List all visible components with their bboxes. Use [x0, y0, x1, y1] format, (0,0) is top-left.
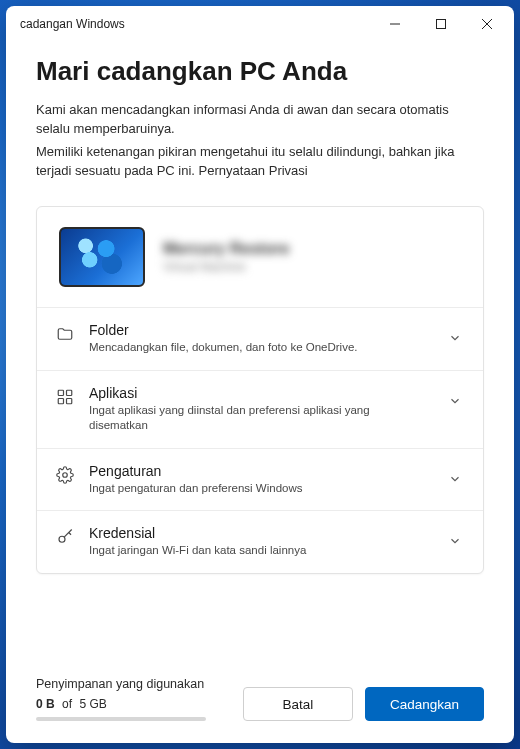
svg-rect-4 — [58, 390, 63, 395]
window-title: cadangan Windows — [20, 17, 372, 31]
storage-bar — [36, 717, 206, 721]
item-title: Aplikasi — [89, 385, 431, 401]
minimize-button[interactable] — [372, 8, 418, 40]
device-name: Mercury Restore — [163, 240, 461, 258]
close-button[interactable] — [464, 8, 510, 40]
page-title: Mari cadangkan PC Anda — [36, 56, 484, 87]
storage-line: 0 B of 5 GB — [36, 697, 231, 711]
item-text: Aplikasi Ingat aplikasi yang diinstal da… — [89, 385, 431, 434]
item-subtitle: Mencadangkan file, dokumen, dan foto ke … — [89, 340, 431, 356]
key-icon — [55, 527, 75, 547]
item-text: Pengaturan Ingat pengaturan dan preferen… — [89, 463, 431, 497]
svg-rect-6 — [58, 398, 63, 403]
device-info: Mercury Restore Virtual Machine — [163, 240, 461, 274]
maximize-button[interactable] — [418, 8, 464, 40]
svg-rect-5 — [67, 390, 72, 395]
backup-button[interactable]: Cadangkan — [365, 687, 484, 721]
privacy-link[interactable]: Pernyataan Privasi — [199, 163, 308, 178]
storage-label: Penyimpanan yang digunakan — [36, 677, 231, 691]
apps-icon — [55, 387, 75, 407]
maximize-icon — [435, 18, 447, 30]
chevron-down-icon — [445, 531, 465, 551]
item-row-apps[interactable]: Aplikasi Ingat aplikasi yang diinstal da… — [37, 371, 483, 449]
item-row-credentials[interactable]: Kredensial Ingat jaringan Wi-Fi dan kata… — [37, 511, 483, 573]
backup-window: cadangan Windows Mari cadangkan PC Anda … — [6, 6, 514, 743]
item-subtitle: Ingat jaringan Wi-Fi dan kata sandi lain… — [89, 543, 431, 559]
item-text: Kredensial Ingat jaringan Wi-Fi dan kata… — [89, 525, 431, 559]
item-title: Folder — [89, 322, 431, 338]
chevron-down-icon — [445, 391, 465, 411]
chevron-down-icon — [445, 469, 465, 489]
folder-icon — [55, 324, 75, 344]
storage-used: 0 B — [36, 697, 55, 711]
titlebar: cadangan Windows — [6, 6, 514, 42]
item-title: Kredensial — [89, 525, 431, 541]
item-row-folder[interactable]: Folder Mencadangkan file, dokumen, dan f… — [37, 308, 483, 371]
item-title: Pengaturan — [89, 463, 431, 479]
device-subtitle: Virtual Machine — [163, 260, 461, 274]
chevron-down-icon — [445, 328, 465, 348]
cancel-button[interactable]: Batal — [243, 687, 353, 721]
window-controls — [372, 8, 510, 40]
item-text: Folder Mencadangkan file, dokumen, dan f… — [89, 322, 431, 356]
storage-block: Penyimpanan yang digunakan 0 B of 5 GB — [36, 677, 231, 721]
footer: Penyimpanan yang digunakan 0 B of 5 GB B… — [6, 667, 514, 743]
svg-point-8 — [63, 473, 68, 478]
item-row-settings[interactable]: Pengaturan Ingat pengaturan dan preferen… — [37, 449, 483, 512]
item-subtitle: Ingat pengaturan dan preferensi Windows — [89, 481, 431, 497]
intro-line-1: Kami akan mencadangkan informasi Anda di… — [36, 101, 484, 139]
storage-total: 5 GB — [79, 697, 106, 711]
windows-bloom-icon — [61, 229, 143, 285]
svg-rect-7 — [67, 398, 72, 403]
device-thumbnail — [59, 227, 145, 287]
device-row: Mercury Restore Virtual Machine — [37, 207, 483, 308]
settings-icon — [55, 465, 75, 485]
desktop-background: cadangan Windows Mari cadangkan PC Anda … — [0, 0, 520, 749]
content-area: Mari cadangkan PC Anda Kami akan mencada… — [6, 42, 514, 667]
storage-of: of — [62, 697, 72, 711]
item-subtitle: Ingat aplikasi yang diinstal dan prefere… — [89, 403, 431, 434]
minimize-icon — [389, 18, 401, 30]
svg-rect-1 — [437, 20, 446, 29]
intro-line-2: Memiliki ketenangan pikiran mengetahui i… — [36, 143, 484, 181]
backup-card: Mercury Restore Virtual Machine Folder M… — [36, 206, 484, 574]
close-icon — [481, 18, 493, 30]
